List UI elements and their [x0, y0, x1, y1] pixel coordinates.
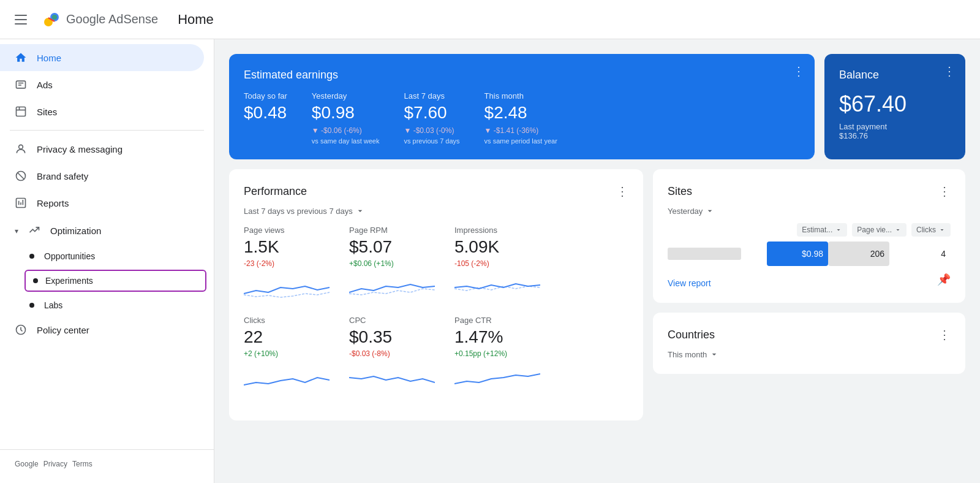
- earnings-grid: Today so far $0.48 Yesterday $0.98 ▼ -$0…: [244, 91, 800, 145]
- footer-terms-link[interactable]: Terms: [72, 460, 92, 468]
- sidebar-item-privacy-messaging[interactable]: Privacy & messaging: [0, 135, 204, 162]
- sidebar-item-home-label: Home: [37, 53, 61, 63]
- sidebar-item-ads[interactable]: Ads: [0, 71, 204, 98]
- logo-icon: [42, 10, 61, 29]
- sidebar-item-policy-center[interactable]: Policy center: [0, 316, 204, 343]
- cpc-change: -$0.03 (-8%): [349, 349, 435, 358]
- balance-payment: Last payment $136.76: [839, 122, 951, 140]
- performance-menu-button[interactable]: ⋮: [616, 184, 628, 199]
- balance-menu-button[interactable]: ⋮: [943, 64, 956, 78]
- experiments-label: Experiments: [45, 276, 93, 286]
- 7days-change: ▼ -$0.03 (-0%): [404, 126, 459, 135]
- cpc-value: $0.35: [349, 327, 435, 347]
- metric-pagectr: Page CTR 1.47% +0.15pp (+12%): [454, 316, 540, 396]
- sites-cols-header: Estimat... Page vie... Clicks: [668, 223, 951, 237]
- sites-period-selector[interactable]: Yesterday: [668, 206, 951, 216]
- sidebar-item-reports-label: Reports: [37, 198, 69, 208]
- performance-period-selector[interactable]: Last 7 days vs previous 7 days: [244, 206, 628, 216]
- sidebar-item-optimization[interactable]: ▾ Optimization: [0, 216, 214, 245]
- sites-clicks-value: 4: [889, 242, 951, 266]
- yesterday-change-text: ▼ -$0.06 (-6%): [312, 126, 362, 135]
- last-payment-value: $136.76: [839, 131, 868, 140]
- balance-card: Balance ⋮ $67.40 Last payment $136.76: [824, 54, 965, 159]
- impressions-chart: [454, 275, 540, 306]
- thismonth-label: This month: [484, 91, 557, 101]
- sidebar: Home Ads Sites: [0, 39, 214, 483]
- cpc-label: CPC: [349, 316, 435, 325]
- yesterday-value: $0.98: [312, 103, 380, 123]
- pagectr-change: +0.15pp (+12%): [454, 349, 540, 358]
- sites-countries-column: Sites ⋮ Yesterday Estimat...: [653, 169, 965, 420]
- sites-row-name: [668, 248, 767, 260]
- performance-header: Performance ⋮: [244, 184, 628, 199]
- countries-card-header: Countries ⋮: [668, 327, 951, 342]
- sites-col-estimated[interactable]: Estimat...: [797, 223, 847, 237]
- cpc-chart: [349, 365, 435, 396]
- balance-title: Balance: [839, 69, 951, 82]
- sidebar-item-opportunities[interactable]: Opportunities: [0, 245, 214, 267]
- logo-text: Google AdSense: [66, 12, 158, 26]
- ads-icon: [15, 78, 27, 91]
- yesterday-change: ▼ -$0.06 (-6%): [312, 126, 380, 135]
- optimization-icon: [28, 224, 40, 238]
- menu-button[interactable]: [10, 10, 32, 29]
- sites-menu-button[interactable]: ⋮: [938, 184, 951, 199]
- expand-arrow-icon: ▾: [15, 227, 18, 235]
- brand-safety-icon: [15, 170, 27, 182]
- sidebar-item-policy-label: Policy center: [37, 325, 89, 335]
- app-container: Google AdSense Home Home Ads: [0, 0, 980, 483]
- estimated-earnings-card: Estimated earnings ⋮ Today so far $0.48 …: [229, 54, 815, 159]
- yesterday-sub: vs same day last week: [312, 137, 380, 145]
- pagectr-label: Page CTR: [454, 316, 540, 325]
- sidebar-item-optimization-label: Optimization: [50, 226, 101, 236]
- main-layout: Home Ads Sites: [0, 39, 980, 483]
- thismonth-change: ▼ -$1.41 (-36%): [484, 126, 557, 135]
- sidebar-item-sites[interactable]: Sites: [0, 98, 204, 125]
- performance-title: Performance: [244, 185, 307, 198]
- countries-period-selector[interactable]: This month: [668, 349, 951, 359]
- top-row: Estimated earnings ⋮ Today so far $0.48 …: [229, 54, 965, 159]
- perf-metrics-row2: Clicks 22 +2 (+10%) CPC: [244, 316, 628, 396]
- impressions-label: Impressions: [454, 226, 540, 235]
- perf-metrics-row1: Page views 1.5K -23 (-2%): [244, 226, 628, 306]
- 7days-label: Last 7 days: [404, 91, 459, 101]
- sites-col-pageviews-label: Page vie...: [857, 226, 892, 234]
- clicks-label: Clicks: [244, 316, 330, 325]
- sites-estimated-value: $0.98: [767, 242, 828, 266]
- impressions-change: -105 (-2%): [454, 259, 540, 268]
- reports-icon: [15, 197, 27, 209]
- sidebar-item-home[interactable]: Home: [0, 44, 204, 71]
- privacy-icon: [15, 143, 27, 155]
- clicks-chart: [244, 365, 330, 396]
- dot-icon: [29, 254, 34, 259]
- metric-pagerpm: Page RPM $5.07 +$0.06 (+1%): [349, 226, 435, 306]
- view-report-link[interactable]: View report: [668, 278, 711, 288]
- sites-col-clicks[interactable]: Clicks: [911, 223, 951, 237]
- pagectr-chart: [454, 365, 540, 396]
- sidebar-item-reports[interactable]: Reports: [0, 189, 204, 216]
- countries-menu-button[interactable]: ⋮: [938, 327, 951, 342]
- pagerpm-chart: [349, 275, 435, 306]
- sidebar-item-privacy-label: Privacy & messaging: [37, 144, 123, 154]
- sidebar-item-experiments[interactable]: Experiments: [24, 270, 206, 292]
- earnings-menu-button[interactable]: ⋮: [793, 64, 805, 78]
- earning-thismonth: This month $2.48 ▼ -$1.41 (-36%) vs same…: [484, 91, 557, 145]
- dot-icon-labs: [29, 303, 34, 308]
- footer-privacy-link[interactable]: Privacy: [43, 460, 67, 468]
- metric-clicks: Clicks 22 +2 (+10%): [244, 316, 330, 396]
- thismonth-change-text: ▼ -$1.41 (-36%): [484, 126, 539, 135]
- dot-icon-exp: [33, 278, 38, 283]
- svg-point-9: [19, 145, 23, 149]
- pin-icon: 📌: [937, 273, 951, 286]
- policy-icon: [15, 324, 27, 336]
- performance-card: Performance ⋮ Last 7 days vs previous 7 …: [229, 169, 643, 420]
- sidebar-item-labs[interactable]: Labs: [0, 294, 214, 316]
- sites-col-pageviews[interactable]: Page vie...: [852, 223, 907, 237]
- today-value: $0.48: [244, 103, 287, 123]
- clicks-change: +2 (+10%): [244, 349, 330, 358]
- sites-icon: [15, 105, 27, 118]
- sidebar-footer: Google Privacy Terms: [0, 449, 214, 478]
- sites-col-estimated-label: Estimat...: [802, 226, 832, 234]
- earning-yesterday: Yesterday $0.98 ▼ -$0.06 (-6%) vs same d…: [312, 91, 380, 145]
- sidebar-item-brand-safety[interactable]: Brand safety: [0, 162, 204, 189]
